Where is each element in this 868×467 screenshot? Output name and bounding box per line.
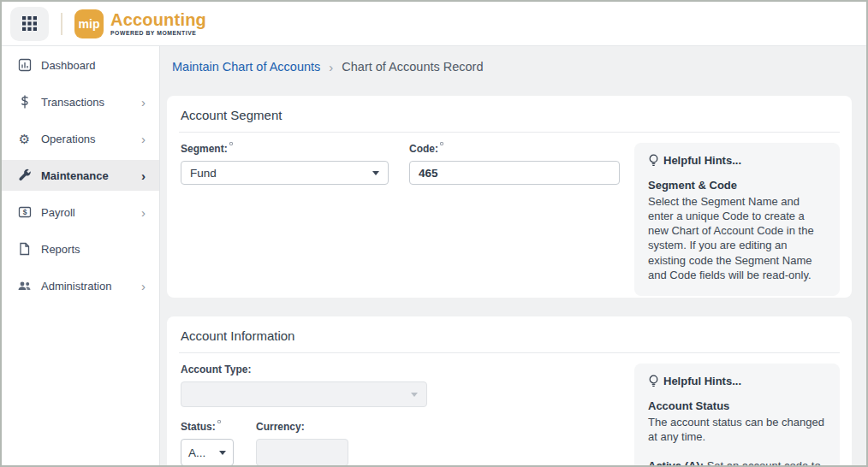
sidebar-item-label: Administration (41, 280, 111, 293)
dashboard-icon (17, 58, 32, 72)
maintenance-icon (17, 168, 32, 182)
chevron-down-icon (219, 451, 226, 455)
code-value: 465 (419, 167, 438, 180)
app-tagline: POWERED BY MOMENTIVE (110, 31, 206, 37)
status-value: A... (188, 446, 205, 459)
app-launcher-button[interactable] (10, 7, 49, 41)
account-type-dropdown (181, 381, 427, 407)
sidebar-item-maintenance[interactable]: Maintenance › (2, 160, 159, 191)
required-marker (217, 420, 221, 423)
code-label: Code: (409, 143, 620, 155)
account-information-title: Account Information (179, 327, 840, 353)
breadcrumb-current: Chart of Accounts Record (342, 60, 483, 74)
brand: mip Accounting POWERED BY MOMENTIVE (74, 9, 206, 38)
segment-dropdown[interactable]: Fund (181, 161, 389, 185)
segment-value: Fund (190, 167, 217, 180)
breadcrumb: Maintain Chart of Accounts › Chart of Ac… (167, 58, 866, 75)
segment-helpful-hints-panel: Helpful Hints... Segment & Code Select t… (634, 143, 840, 296)
account-type-label: Account Type: (181, 364, 427, 375)
account-segment-card: Account Segment Segment: Fund (167, 96, 852, 298)
header-divider (61, 13, 62, 35)
sidebar-item-reports[interactable]: Reports (2, 234, 159, 264)
status-dropdown[interactable]: A... (181, 439, 234, 465)
currency-label: Currency: (256, 421, 348, 433)
hints-subtitle: Segment & Code (648, 179, 826, 192)
reports-icon (17, 242, 32, 256)
sidebar-item-label: Reports (41, 243, 80, 256)
hints-body: Select the Segment Name and enter a uniq… (648, 194, 826, 282)
sidebar: Dashboard Transactions › ⚙ Operations › (2, 46, 160, 465)
chevron-right-icon: › (141, 169, 146, 182)
payroll-icon: $ (17, 205, 32, 219)
sidebar-item-label: Payroll (41, 206, 75, 219)
hints-title: Helpful Hints... (648, 375, 826, 387)
chevron-right-icon: › (141, 280, 146, 293)
sidebar-item-operations[interactable]: ⚙ Operations › (2, 123, 159, 154)
main-content: Maintain Chart of Accounts › Chart of Ac… (160, 46, 866, 465)
account-information-card: Account Information Account Type: (167, 316, 852, 465)
status-label: Status: (181, 421, 234, 433)
hints-subtitle: Account Status (648, 399, 826, 412)
sidebar-item-label: Transactions (41, 96, 104, 109)
app-title: Accounting (110, 11, 206, 28)
sidebar-item-transactions[interactable]: Transactions › (2, 86, 159, 117)
breadcrumb-separator-icon: › (329, 60, 333, 74)
sidebar-item-label: Operations (41, 133, 96, 145)
app-grid-icon (22, 16, 37, 31)
account-segment-title: Account Segment (179, 106, 840, 133)
chevron-right-icon: › (141, 96, 146, 109)
currency-input (256, 439, 348, 465)
chevron-down-icon (372, 171, 379, 175)
sidebar-item-payroll[interactable]: $ Payroll › (2, 197, 159, 228)
chevron-right-icon: › (141, 133, 146, 145)
sidebar-item-label: Dashboard (41, 59, 96, 72)
status-helpful-hints-panel: Helpful Hints... Account Status The acco… (634, 364, 840, 465)
lightbulb-icon (648, 375, 659, 387)
lightbulb-icon (648, 154, 659, 167)
code-input[interactable]: 465 (409, 161, 620, 185)
chevron-down-icon (411, 393, 418, 397)
breadcrumb-link-maintain-coa[interactable]: Maintain Chart of Accounts (172, 60, 320, 74)
sidebar-item-administration[interactable]: Administration › (2, 270, 159, 301)
hints-active-status: Active (A): Set an account code to activ… (648, 458, 826, 465)
administration-icon (17, 280, 32, 292)
hints-title: Helpful Hints... (648, 154, 826, 167)
operations-icon: ⚙ (17, 133, 32, 145)
svg-text:$: $ (22, 208, 27, 216)
hints-body: The account status can be changed at any… (648, 415, 826, 444)
chevron-right-icon: › (141, 206, 146, 219)
mip-logo: mip (74, 9, 104, 38)
transactions-icon (17, 95, 32, 109)
sidebar-item-label: Maintenance (41, 169, 109, 182)
required-marker (440, 142, 443, 145)
segment-label: Segment: (181, 143, 389, 155)
required-marker (229, 142, 233, 145)
app-header: mip Accounting POWERED BY MOMENTIVE (2, 2, 866, 46)
sidebar-item-dashboard[interactable]: Dashboard (2, 50, 159, 80)
